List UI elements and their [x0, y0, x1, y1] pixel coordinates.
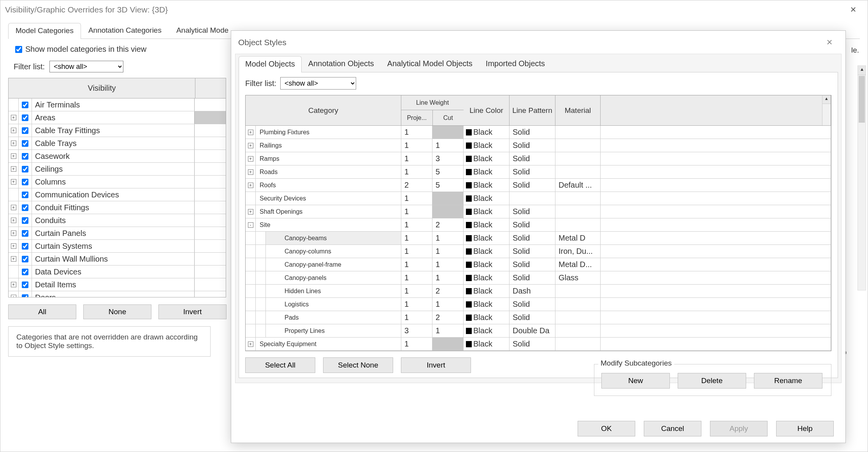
category-checkbox[interactable] [19, 253, 32, 265]
select-none-button[interactable]: Select None [323, 357, 393, 373]
os-category-row[interactable]: +Roofs25BlackSolidDefault ... [246, 179, 831, 192]
cut-weight-cell[interactable]: 1 [432, 139, 464, 152]
line-color-cell[interactable]: Black [464, 205, 510, 218]
vg-category-row[interactable]: +Doors [9, 291, 226, 297]
material-cell[interactable] [555, 285, 601, 297]
tab-annotation-categories[interactable]: Annotation Categories [81, 23, 169, 39]
projection-weight-cell[interactable]: 1 [401, 192, 432, 205]
override-cell[interactable] [195, 188, 226, 201]
material-cell[interactable] [555, 152, 601, 165]
override-cell[interactable] [195, 124, 226, 137]
line-pattern-cell[interactable]: Solid [510, 311, 555, 324]
material-cell[interactable]: Glass [555, 271, 601, 284]
cut-weight-cell[interactable]: 2 [432, 285, 464, 297]
material-cell[interactable] [555, 218, 601, 231]
expand-icon[interactable]: + [9, 137, 19, 149]
vg-filter-select[interactable]: <show all> [49, 61, 123, 72]
os-invert-button[interactable]: Invert [401, 357, 471, 373]
projection-weight-cell[interactable]: 1 [401, 285, 432, 297]
line-pattern-cell[interactable]: Solid [510, 165, 555, 178]
override-cell[interactable] [195, 111, 226, 124]
override-cell[interactable] [195, 253, 226, 265]
line-color-cell[interactable]: Black [464, 298, 510, 311]
vg-category-row[interactable]: +Cable Tray Fittings [9, 124, 226, 137]
category-checkbox[interactable] [19, 240, 32, 252]
material-cell[interactable] [555, 126, 601, 139]
tab-annotation-objects[interactable]: Annotation Objects [302, 56, 381, 72]
expand-icon[interactable]: + [246, 165, 256, 178]
category-checkbox[interactable] [19, 227, 32, 239]
vg-category-row[interactable]: +Conduits [9, 214, 226, 227]
vg-category-row[interactable]: +Casework [9, 150, 226, 163]
os-category-row[interactable]: +Plumbing Fixtures1BlackSolid [246, 126, 831, 139]
os-category-row[interactable]: -Site12BlackSolid [246, 218, 831, 232]
vg-category-row[interactable]: +Cable Trays [9, 137, 226, 150]
expand-icon[interactable]: + [9, 253, 19, 265]
cut-weight-cell[interactable]: 1 [432, 245, 464, 258]
os-category-row[interactable]: +Ramps13BlackSolid [246, 152, 831, 165]
line-pattern-cell[interactable]: Solid [510, 245, 555, 258]
category-checkbox[interactable] [19, 278, 32, 291]
material-cell[interactable] [555, 205, 601, 218]
expand-icon[interactable]: + [9, 214, 19, 227]
line-pattern-cell[interactable]: Solid [510, 338, 555, 350]
line-color-cell[interactable]: Black [464, 245, 510, 258]
scroll-up-icon[interactable]: ▴ [822, 95, 831, 104]
os-category-row[interactable]: Canopy-beams11BlackSolidMetal D [246, 232, 831, 245]
os-category-row[interactable]: +Shaft Openings1BlackSolid [246, 205, 831, 218]
cut-weight-cell[interactable]: 5 [432, 165, 464, 178]
material-cell[interactable] [555, 324, 601, 337]
line-color-cell[interactable]: Black [464, 218, 510, 231]
cancel-button[interactable]: Cancel [644, 421, 701, 436]
line-pattern-cell[interactable]: Solid [510, 126, 555, 139]
vg-category-row[interactable]: +Conduit Fittings [9, 201, 226, 214]
cut-weight-cell[interactable]: 1 [432, 258, 464, 271]
projection-weight-cell[interactable]: 1 [401, 311, 432, 324]
projection-weight-cell[interactable]: 1 [401, 165, 432, 178]
vg-category-row[interactable]: Communication Devices [9, 188, 226, 201]
os-category-row[interactable]: Canopy-panel-frame11BlackSolidMetal D... [246, 258, 831, 271]
line-color-cell[interactable]: Black [464, 126, 510, 139]
expand-icon[interactable]: + [246, 152, 256, 165]
os-category-row[interactable]: +Roads15BlackSolid [246, 165, 831, 179]
scroll-thumb[interactable] [859, 76, 865, 123]
invert-button[interactable]: Invert [158, 304, 227, 319]
scroll-up-icon[interactable]: ▴ [858, 66, 866, 75]
line-color-cell[interactable]: Black [464, 152, 510, 165]
line-color-cell[interactable]: Black [464, 139, 510, 152]
expand-icon[interactable]: + [9, 240, 19, 252]
tab-model-categories[interactable]: Model Categories [8, 23, 81, 39]
projection-weight-cell[interactable]: 1 [401, 232, 432, 244]
line-pattern-cell[interactable]: Solid [510, 205, 555, 218]
cut-weight-cell[interactable]: 5 [432, 179, 464, 192]
vg-category-row[interactable]: Air Terminals [9, 98, 226, 111]
vg-category-row[interactable]: +Curtain Panels [9, 227, 226, 240]
projection-weight-cell[interactable]: 1 [401, 218, 432, 231]
expand-icon[interactable]: + [9, 278, 19, 291]
os-category-row[interactable]: Hidden Lines12BlackDash [246, 285, 831, 298]
override-cell[interactable] [195, 266, 226, 278]
line-pattern-cell[interactable]: Dash [510, 285, 555, 297]
category-checkbox[interactable] [19, 291, 32, 297]
category-checkbox[interactable] [19, 111, 32, 124]
line-pattern-cell[interactable]: Solid [510, 152, 555, 165]
vg-scrollbar[interactable]: ▴ [857, 65, 866, 290]
material-cell[interactable] [555, 192, 601, 205]
tab-model-objects[interactable]: Model Objects [239, 56, 302, 72]
line-color-cell[interactable]: Black [464, 324, 510, 337]
line-pattern-cell[interactable]: Solid [510, 139, 555, 152]
tab-imported-objects[interactable]: Imported Objects [479, 56, 552, 72]
material-cell[interactable] [555, 298, 601, 311]
projection-weight-cell[interactable]: 2 [401, 179, 432, 192]
tab-analytical-model-objects[interactable]: Analytical Model Objects [381, 56, 479, 72]
os-category-row[interactable]: Logistics11BlackSolid [246, 298, 831, 311]
expand-icon[interactable]: + [246, 139, 256, 152]
expand-icon[interactable]: + [9, 176, 19, 188]
material-cell[interactable] [555, 311, 601, 324]
vg-category-row[interactable]: +Curtain Systems [9, 240, 226, 253]
projection-weight-cell[interactable]: 1 [401, 205, 432, 218]
material-cell[interactable] [555, 165, 601, 178]
material-cell[interactable] [555, 338, 601, 350]
override-cell[interactable] [195, 278, 226, 291]
os-scrollbar[interactable]: ▴ [822, 95, 831, 125]
